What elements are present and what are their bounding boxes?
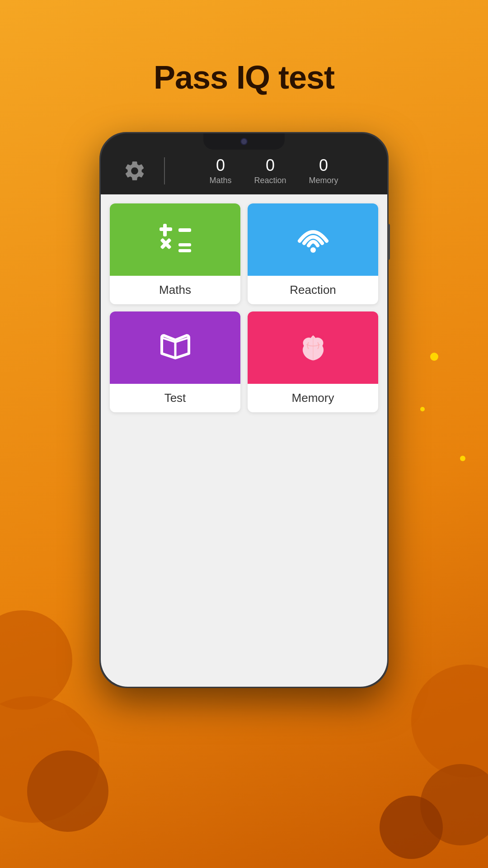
maths-card-image: [110, 203, 240, 276]
memory-card-image: [248, 311, 378, 384]
reaction-icon: [295, 221, 331, 259]
maths-stat: 0 Maths: [209, 156, 231, 185]
card-row-2: Test: [110, 311, 378, 412]
phone-screen: 0 Maths 0 Reaction 0 Memory: [101, 133, 387, 687]
phone-frame: 0 Maths 0 Reaction 0 Memory: [99, 132, 389, 688]
test-icon: [157, 329, 193, 367]
svg-rect-1: [163, 224, 167, 236]
svg-rect-5: [178, 243, 191, 246]
decorative-dot-3: [420, 407, 425, 411]
reaction-stat: 0 Reaction: [254, 156, 286, 185]
reaction-card[interactable]: Reaction: [248, 203, 378, 304]
test-card-label: Test: [110, 384, 240, 412]
maths-card-label: Maths: [110, 276, 240, 304]
memory-label: Memory: [309, 176, 338, 185]
page-title: Pass IQ test: [154, 59, 334, 96]
card-row-1: Maths: [110, 203, 378, 304]
memory-icon: [295, 329, 331, 367]
memory-card[interactable]: Memory: [248, 311, 378, 412]
bg-blob-4: [411, 665, 488, 778]
maths-score: 0: [216, 156, 225, 175]
reaction-card-image: [248, 203, 378, 276]
settings-button[interactable]: [119, 159, 150, 183]
test-card[interactable]: Test: [110, 311, 240, 412]
memory-card-label: Memory: [248, 384, 378, 412]
memory-score: 0: [319, 156, 328, 175]
memory-stat: 0 Memory: [309, 156, 338, 185]
app-content: Maths: [101, 194, 387, 687]
phone-side-button: [387, 224, 390, 260]
reaction-score: 0: [266, 156, 275, 175]
header-divider: [164, 157, 165, 184]
gear-icon: [123, 159, 146, 183]
bg-blob-6: [380, 796, 443, 859]
bg-blob-1: [0, 610, 72, 710]
reaction-label: Reaction: [254, 176, 286, 185]
maths-icon: [157, 221, 193, 259]
reaction-card-label: Reaction: [248, 276, 378, 304]
test-card-image: [110, 311, 240, 384]
maths-label: Maths: [209, 176, 231, 185]
camera-dot: [240, 138, 248, 145]
maths-card[interactable]: Maths: [110, 203, 240, 304]
svg-rect-2: [178, 228, 191, 232]
decorative-dot-4: [460, 456, 465, 461]
phone-notch: [203, 133, 285, 150]
svg-rect-6: [178, 249, 191, 252]
decorative-dot-2: [430, 353, 438, 361]
svg-point-7: [310, 247, 316, 253]
bg-blob-3: [27, 750, 108, 832]
header-stats: 0 Maths 0 Reaction 0 Memory: [178, 156, 369, 185]
